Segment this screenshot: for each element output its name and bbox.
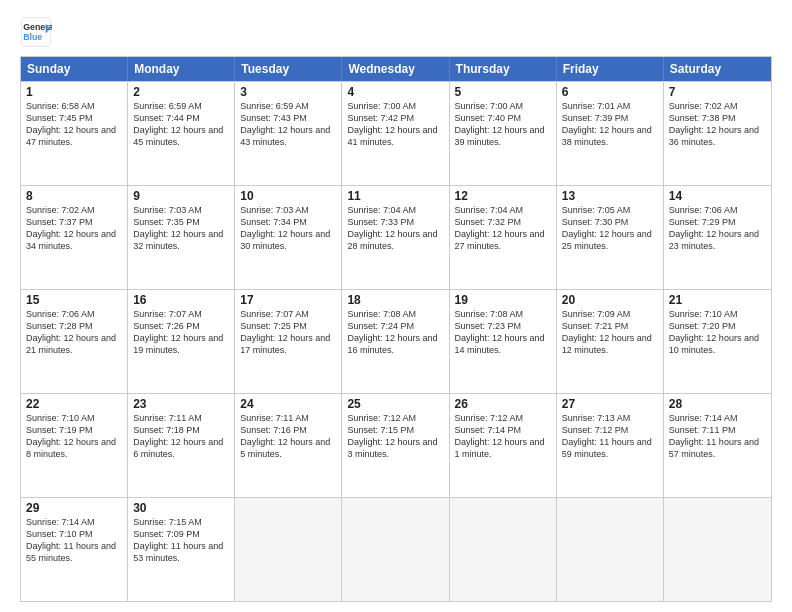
calendar-day-17: 17Sunrise: 7:07 AMSunset: 7:25 PMDayligh… — [235, 290, 342, 393]
calendar-day-20: 20Sunrise: 7:09 AMSunset: 7:21 PMDayligh… — [557, 290, 664, 393]
day-header-sunday: Sunday — [21, 57, 128, 81]
calendar-day-13: 13Sunrise: 7:05 AMSunset: 7:30 PMDayligh… — [557, 186, 664, 289]
day-header-tuesday: Tuesday — [235, 57, 342, 81]
calendar-day-21: 21Sunrise: 7:10 AMSunset: 7:20 PMDayligh… — [664, 290, 771, 393]
logo: General Blue — [20, 16, 52, 48]
calendar-day-26: 26Sunrise: 7:12 AMSunset: 7:14 PMDayligh… — [450, 394, 557, 497]
calendar-day-empty — [450, 498, 557, 601]
header: General Blue — [20, 16, 772, 48]
svg-text:Blue: Blue — [23, 32, 42, 42]
calendar-day-9: 9Sunrise: 7:03 AMSunset: 7:35 PMDaylight… — [128, 186, 235, 289]
calendar-day-24: 24Sunrise: 7:11 AMSunset: 7:16 PMDayligh… — [235, 394, 342, 497]
day-header-saturday: Saturday — [664, 57, 771, 81]
calendar-week-4: 22Sunrise: 7:10 AMSunset: 7:19 PMDayligh… — [21, 393, 771, 497]
calendar-day-4: 4Sunrise: 7:00 AMSunset: 7:42 PMDaylight… — [342, 82, 449, 185]
calendar-day-27: 27Sunrise: 7:13 AMSunset: 7:12 PMDayligh… — [557, 394, 664, 497]
day-header-monday: Monday — [128, 57, 235, 81]
day-header-wednesday: Wednesday — [342, 57, 449, 81]
calendar-day-6: 6Sunrise: 7:01 AMSunset: 7:39 PMDaylight… — [557, 82, 664, 185]
calendar-body: 1Sunrise: 6:58 AMSunset: 7:45 PMDaylight… — [21, 81, 771, 601]
day-header-friday: Friday — [557, 57, 664, 81]
day-header-thursday: Thursday — [450, 57, 557, 81]
calendar-day-29: 29Sunrise: 7:14 AMSunset: 7:10 PMDayligh… — [21, 498, 128, 601]
calendar-day-empty — [557, 498, 664, 601]
calendar-day-16: 16Sunrise: 7:07 AMSunset: 7:26 PMDayligh… — [128, 290, 235, 393]
calendar-day-14: 14Sunrise: 7:06 AMSunset: 7:29 PMDayligh… — [664, 186, 771, 289]
calendar-day-30: 30Sunrise: 7:15 AMSunset: 7:09 PMDayligh… — [128, 498, 235, 601]
calendar-day-10: 10Sunrise: 7:03 AMSunset: 7:34 PMDayligh… — [235, 186, 342, 289]
calendar-day-7: 7Sunrise: 7:02 AMSunset: 7:38 PMDaylight… — [664, 82, 771, 185]
calendar-day-12: 12Sunrise: 7:04 AMSunset: 7:32 PMDayligh… — [450, 186, 557, 289]
calendar-day-2: 2Sunrise: 6:59 AMSunset: 7:44 PMDaylight… — [128, 82, 235, 185]
calendar-day-23: 23Sunrise: 7:11 AMSunset: 7:18 PMDayligh… — [128, 394, 235, 497]
calendar-day-15: 15Sunrise: 7:06 AMSunset: 7:28 PMDayligh… — [21, 290, 128, 393]
calendar-day-25: 25Sunrise: 7:12 AMSunset: 7:15 PMDayligh… — [342, 394, 449, 497]
calendar-day-18: 18Sunrise: 7:08 AMSunset: 7:24 PMDayligh… — [342, 290, 449, 393]
calendar-day-3: 3Sunrise: 6:59 AMSunset: 7:43 PMDaylight… — [235, 82, 342, 185]
calendar-week-1: 1Sunrise: 6:58 AMSunset: 7:45 PMDaylight… — [21, 81, 771, 185]
calendar-day-11: 11Sunrise: 7:04 AMSunset: 7:33 PMDayligh… — [342, 186, 449, 289]
logo-icon: General Blue — [20, 16, 52, 48]
calendar-day-28: 28Sunrise: 7:14 AMSunset: 7:11 PMDayligh… — [664, 394, 771, 497]
calendar-day-19: 19Sunrise: 7:08 AMSunset: 7:23 PMDayligh… — [450, 290, 557, 393]
calendar-day-empty — [235, 498, 342, 601]
calendar-week-5: 29Sunrise: 7:14 AMSunset: 7:10 PMDayligh… — [21, 497, 771, 601]
calendar-day-empty — [342, 498, 449, 601]
calendar-week-3: 15Sunrise: 7:06 AMSunset: 7:28 PMDayligh… — [21, 289, 771, 393]
calendar-day-empty — [664, 498, 771, 601]
calendar-day-1: 1Sunrise: 6:58 AMSunset: 7:45 PMDaylight… — [21, 82, 128, 185]
page: General Blue SundayMondayTuesdayWednesda… — [0, 0, 792, 612]
calendar-day-5: 5Sunrise: 7:00 AMSunset: 7:40 PMDaylight… — [450, 82, 557, 185]
calendar-day-8: 8Sunrise: 7:02 AMSunset: 7:37 PMDaylight… — [21, 186, 128, 289]
calendar-header: SundayMondayTuesdayWednesdayThursdayFrid… — [21, 57, 771, 81]
calendar: SundayMondayTuesdayWednesdayThursdayFrid… — [20, 56, 772, 602]
calendar-day-22: 22Sunrise: 7:10 AMSunset: 7:19 PMDayligh… — [21, 394, 128, 497]
calendar-week-2: 8Sunrise: 7:02 AMSunset: 7:37 PMDaylight… — [21, 185, 771, 289]
